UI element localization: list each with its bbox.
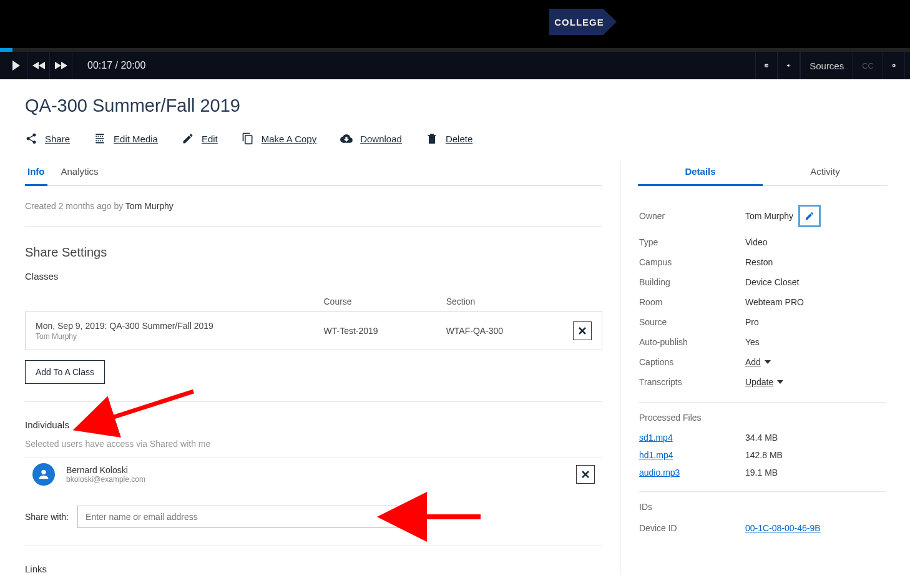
source-value: Pro [745, 317, 886, 327]
avatar-icon [32, 463, 55, 486]
picture-button[interactable] [755, 52, 778, 79]
col-section: Section [436, 290, 563, 312]
share-button[interactable]: Share [25, 132, 70, 145]
share-with-label: Share with: [25, 512, 69, 522]
separator [639, 491, 886, 492]
make-copy-button[interactable]: Make A Copy [242, 132, 316, 145]
file-link-audio[interactable]: audio.mp3 [639, 468, 680, 478]
col-course: Course [314, 290, 436, 312]
file-size: 142.8 MB [745, 450, 783, 460]
links-label: Links [25, 564, 602, 574]
player-controls-bar: 00:17 / 20:00 Sources CC [0, 52, 910, 79]
college-badge: COLLEGE [549, 9, 617, 35]
share-with-input-wrapper[interactable] [77, 506, 402, 528]
created-prefix: Created 2 months ago by [25, 201, 125, 211]
edit-media-button[interactable]: Edit Media [94, 132, 158, 145]
delete-button[interactable]: Delete [426, 132, 472, 145]
room-label: Room [639, 297, 745, 307]
individuals-subtitle: Selected users have access via Shared wi… [25, 439, 602, 449]
edit-button[interactable]: Edit [182, 132, 218, 145]
delete-label: Delete [446, 134, 472, 144]
autopub-value: Yes [745, 337, 886, 347]
separator [639, 402, 886, 403]
add-to-class-button[interactable]: Add To A Class [25, 360, 105, 384]
separator [25, 546, 602, 546]
settings-gear-icon[interactable] [883, 52, 905, 79]
play-button[interactable] [5, 52, 27, 79]
annotation-arrow-share-input [406, 511, 487, 528]
remove-individual-button[interactable] [576, 465, 595, 484]
download-button[interactable]: Download [340, 132, 402, 145]
video-progress-fill [0, 48, 12, 52]
video-banner: COLLEGE [0, 0, 910, 48]
forward-button[interactable] [50, 52, 72, 79]
main-tab-bar: Info Analytics [25, 161, 602, 186]
download-label: Download [360, 134, 402, 144]
created-meta: Created 2 months ago by Tom Murphy [25, 186, 602, 227]
class-row-section: WTAF-QA-300 [436, 312, 563, 350]
tab-info[interactable]: Info [25, 161, 47, 186]
campus-label: Campus [639, 257, 745, 267]
class-row-course: WT-Test-2019 [314, 312, 436, 350]
autopub-label: Auto-publish [639, 337, 745, 347]
individual-row: Bernard Koloski bkoloski@example.com [25, 458, 602, 493]
file-row: hd1.mp4142.8 MB [639, 446, 886, 464]
device-id-label: Device ID [639, 523, 745, 533]
file-size: 34.4 MB [745, 433, 778, 443]
class-row-title: Mon, Sep 9, 2019: QA-300 Summer/Fall 201… [36, 321, 304, 331]
separator [25, 401, 602, 402]
file-link-sd1[interactable]: sd1.mp4 [639, 433, 673, 443]
owner-value: Tom Murphy [745, 211, 793, 221]
individuals-label: Individuals [25, 419, 602, 430]
rewind-button[interactable] [27, 52, 50, 79]
ids-label: IDs [639, 502, 886, 512]
file-link-hd1[interactable]: hd1.mp4 [639, 450, 673, 460]
classes-label: Classes [25, 271, 602, 282]
chevron-down-icon [389, 512, 395, 522]
remove-class-button[interactable] [573, 321, 592, 340]
volume-button[interactable] [778, 52, 800, 79]
player-time-display: 00:17 / 20:00 [87, 60, 145, 71]
classes-table: Course Section Mon, Sep 9, 2019: QA-300 … [25, 290, 602, 350]
cc-button[interactable]: CC [853, 52, 883, 79]
make-copy-label: Make A Copy [262, 134, 316, 144]
processed-files-label: Processed Files [639, 413, 886, 423]
side-tab-bar: Details Activity [638, 161, 888, 186]
class-row: Mon, Sep 9, 2019: QA-300 Summer/Fall 201… [26, 312, 602, 350]
share-label: Share [45, 134, 70, 144]
building-value: Device Closet [745, 277, 886, 287]
edit-media-label: Edit Media [114, 134, 158, 144]
share-with-input[interactable] [86, 512, 394, 522]
transcripts-update-button[interactable]: Update [745, 377, 783, 387]
share-settings-title: Share Settings [25, 245, 602, 260]
video-progress-track[interactable] [0, 48, 910, 52]
tab-analytics[interactable]: Analytics [59, 161, 101, 186]
owner-label: Owner [639, 211, 745, 221]
file-size: 19.1 MB [745, 468, 778, 478]
device-id-link[interactable]: 00-1C-08-00-46-9B [745, 523, 821, 533]
page-title: QA-300 Summer/Fall 2019 [25, 96, 888, 116]
captions-add-button[interactable]: Add [745, 357, 771, 367]
class-row-sub: Tom Murphy [36, 332, 304, 341]
tab-activity[interactable]: Activity [763, 161, 888, 186]
type-value: Video [745, 237, 886, 247]
individual-email: bkoloski@example.com [66, 475, 145, 484]
tab-details[interactable]: Details [638, 161, 763, 186]
action-toolbar: Share Edit Media Edit Make A Copy Downlo… [25, 132, 888, 145]
created-author: Tom Murphy [125, 201, 174, 211]
file-row: audio.mp319.1 MB [639, 464, 886, 481]
campus-value: Reston [745, 257, 886, 267]
file-row: sd1.mp434.4 MB [639, 429, 886, 446]
captions-label: Captions [639, 357, 745, 367]
transcripts-label: Transcripts [639, 377, 745, 387]
source-label: Source [639, 317, 745, 327]
building-label: Building [639, 277, 745, 287]
type-label: Type [639, 237, 745, 247]
svg-line-1 [106, 391, 193, 419]
svg-rect-0 [765, 64, 768, 67]
edit-label: Edit [202, 134, 218, 144]
individual-name: Bernard Koloski [66, 465, 145, 475]
sources-button[interactable]: Sources [800, 52, 853, 79]
room-value: Webteam PRO [745, 297, 886, 307]
edit-owner-button[interactable] [798, 205, 821, 227]
